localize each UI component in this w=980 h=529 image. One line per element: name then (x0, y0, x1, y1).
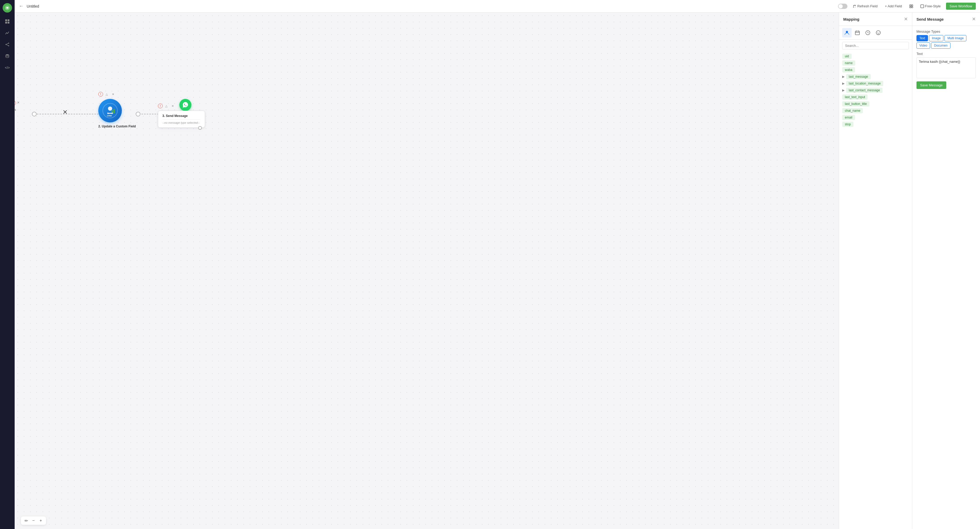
back-button[interactable]: ← (19, 3, 24, 9)
svg-text:CRM: CRM (107, 115, 112, 117)
copy-button-node3[interactable]: △ (164, 104, 169, 108)
svg-rect-29 (113, 109, 115, 113)
svg-point-31 (111, 113, 113, 114)
svg-point-5 (8, 43, 9, 44)
workflow-canvas[interactable]: + ! △ ✕ (14, 13, 391, 211)
svg-point-27 (108, 107, 112, 111)
svg-point-30 (107, 113, 109, 114)
svg-point-10 (6, 54, 9, 56)
svg-rect-2 (8, 19, 10, 21)
output-connector[interactable] (198, 126, 202, 130)
svg-line-20 (64, 110, 67, 113)
svg-point-25 (136, 112, 140, 116)
sidebar-logo[interactable] (3, 3, 12, 13)
node3-title: 3. Send Message (162, 114, 200, 118)
info-button-node2[interactable]: ! (98, 92, 103, 97)
topbar: ← Untitled Refresh Field + Add Field Fre… (14, 0, 391, 13)
svg-point-7 (8, 45, 9, 46)
copy-button-node2[interactable]: △ (104, 92, 109, 97)
svg-line-21 (64, 110, 67, 113)
page-title: Untitled (27, 4, 391, 8)
info-button-node1[interactable]: ! (14, 101, 16, 105)
node-send-message[interactable]: ! △ ✕ 3. Send Message --no message type … (158, 111, 205, 127)
whatsapp-icon (179, 99, 191, 111)
node-update-custom-field[interactable]: ! △ ✕ CRM 2. Update a Custom Field (98, 99, 136, 128)
sidebar-item-analytics[interactable] (3, 28, 12, 38)
sidebar-item-database[interactable] (3, 51, 12, 61)
node3-subtitle: --no message type selected-- (162, 121, 200, 124)
svg-rect-4 (8, 22, 10, 24)
delete-button-node3[interactable]: ✕ (170, 104, 175, 108)
svg-point-24 (32, 112, 37, 116)
svg-point-6 (5, 44, 6, 45)
sidebar-item-share[interactable] (3, 40, 12, 49)
sidebar-item-code[interactable]: </> (3, 63, 12, 72)
send-message-box[interactable]: 3. Send Message --no message type select… (158, 111, 205, 127)
node2-label: 2. Update a Custom Field (98, 124, 136, 128)
svg-rect-1 (5, 19, 7, 21)
delete-button-node2[interactable]: ✕ (110, 92, 116, 97)
svg-line-8 (6, 43, 8, 44)
svg-line-9 (6, 45, 8, 46)
sidebar-item-home[interactable] (3, 17, 12, 26)
svg-rect-3 (5, 22, 7, 24)
delete-button-node1[interactable]: ✕ (17, 101, 20, 105)
info-button-node3[interactable]: ! (158, 104, 163, 108)
sidebar: </> (0, 0, 14, 211)
node-partial: s ! ✕ (14, 108, 16, 111)
